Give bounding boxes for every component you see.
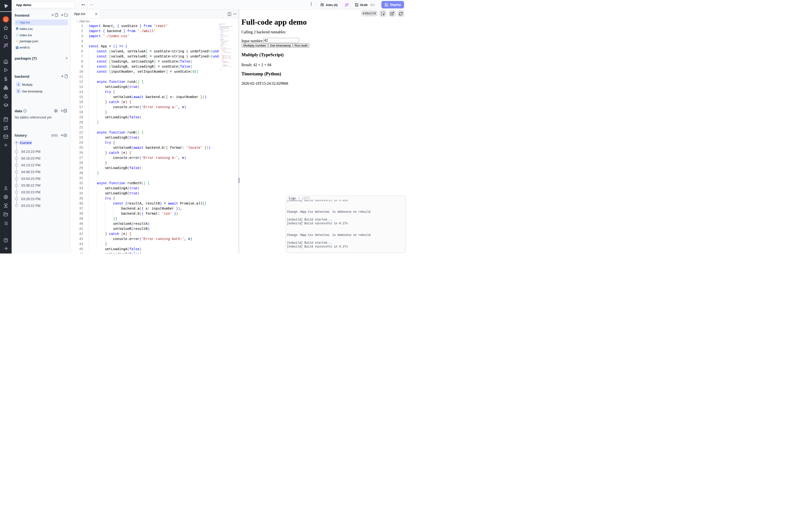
svg-text:TS: TS [16, 47, 18, 49]
svg-text:{ }: { } [16, 40, 18, 42]
svg-text:3: 3 [17, 28, 18, 30]
